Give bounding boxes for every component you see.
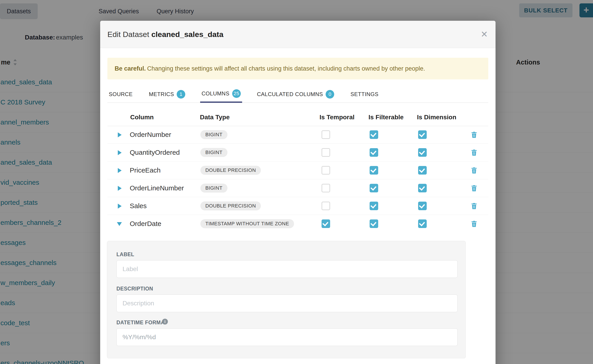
close-icon[interactable]: ✕ [481, 21, 488, 48]
delete-column-icon[interactable] [470, 202, 478, 210]
is-dimension-checkbox[interactable] [418, 148, 427, 157]
column-row: OrderLineNumber BIGINT [107, 179, 488, 197]
delete-column-icon[interactable] [470, 131, 478, 138]
label-input[interactable] [116, 260, 458, 278]
columns-table-body: OrderNumber BIGINT QuantityOrdered BIGIN… [107, 126, 488, 233]
expand-caret-icon[interactable] [118, 132, 122, 137]
modal-tab[interactable]: SOURCE [107, 86, 134, 103]
delete-column-icon[interactable] [470, 184, 478, 192]
column-row: PriceEach DOUBLE PRECISION [107, 162, 488, 179]
expand-caret-icon[interactable] [118, 204, 122, 209]
is-filterable-header: Is Filterable [369, 111, 404, 126]
datetime-format-input[interactable] [116, 328, 458, 346]
delete-column-icon[interactable] [470, 166, 478, 174]
edit-dataset-modal: Edit Dataset cleaned_sales_data ✕ Be car… [100, 21, 495, 364]
is-temporal-checkbox[interactable] [322, 130, 330, 139]
column-name: OrderNumber [130, 126, 171, 143]
is-dimension-checkbox[interactable] [418, 220, 427, 228]
column-row: OrderDate TIMESTAMP WITHOUT TIME ZONE [107, 215, 488, 233]
modal-tab[interactable]: METRICS 1 [148, 86, 187, 103]
expand-caret-icon[interactable] [117, 222, 122, 226]
delete-column-icon[interactable] [470, 220, 478, 228]
column-row: QuantityOrdered BIGINT [107, 144, 488, 162]
expand-caret-icon[interactable] [118, 168, 122, 173]
is-temporal-checkbox[interactable] [322, 220, 330, 228]
tab-label: METRICS [149, 91, 174, 98]
is-temporal-checkbox[interactable] [322, 148, 330, 157]
modal-tab[interactable]: SETTINGS [349, 86, 380, 103]
tab-label: COLUMNS [202, 91, 230, 97]
is-filterable-checkbox[interactable] [370, 166, 378, 175]
is-filterable-checkbox[interactable] [370, 184, 378, 192]
expand-caret-icon[interactable] [118, 186, 122, 191]
tab-label: SETTINGS [350, 91, 378, 98]
is-filterable-checkbox[interactable] [370, 148, 378, 157]
is-dimension-header: Is Dimension [417, 111, 456, 126]
columns-table-header: Column Data Type Is Temporal Is Filterab… [107, 111, 488, 126]
data-type-pill: TIMESTAMP WITHOUT TIME ZONE [200, 219, 294, 228]
data-type-pill: BIGINT [200, 148, 227, 157]
is-dimension-checkbox[interactable] [418, 166, 427, 175]
tab-label: CALCULATED COLUMNS [257, 91, 323, 98]
data-type-pill: BIGINT [200, 184, 227, 193]
is-filterable-checkbox[interactable] [370, 202, 378, 210]
info-icon[interactable]: i [162, 319, 168, 325]
column-row: OrderNumber BIGINT [107, 126, 488, 144]
expand-caret-icon[interactable] [118, 150, 122, 155]
column-header: Column [130, 111, 154, 126]
modal-tabs: SOURCE METRICS 1 COLUMNS 25 CALCULATED C… [107, 86, 488, 103]
warning-banner: Be careful.Changing these settings will … [107, 58, 488, 79]
is-temporal-checkbox[interactable] [322, 202, 330, 210]
modal-title: Edit Dataset cleaned_sales_data [107, 21, 223, 48]
column-detail-panel: LABEL DESCRIPTION DATETIME FORMAT i [107, 241, 466, 358]
is-dimension-checkbox[interactable] [418, 202, 427, 210]
is-temporal-checkbox[interactable] [322, 184, 330, 192]
modal-tab[interactable]: COLUMNS 25 [200, 86, 242, 103]
is-dimension-checkbox[interactable] [418, 184, 427, 192]
data-type-pill: DOUBLE PRECISION [200, 166, 261, 175]
column-row: Sales DOUBLE PRECISION [107, 197, 488, 215]
tab-count-badge: 0 [326, 90, 334, 98]
warning-bold-text: Be careful. [115, 65, 146, 72]
is-temporal-header: Is Temporal [320, 111, 355, 126]
is-temporal-checkbox[interactable] [322, 166, 330, 175]
is-filterable-checkbox[interactable] [370, 130, 378, 139]
data-type-pill: DOUBLE PRECISION [200, 202, 261, 210]
data-type-pill: BIGINT [200, 130, 227, 139]
column-name: OrderDate [130, 215, 161, 233]
tab-label: SOURCE [109, 91, 133, 98]
tab-count-badge: 25 [232, 89, 241, 98]
column-name: QuantityOrdered [130, 144, 180, 161]
modal-tab[interactable]: CALCULATED COLUMNS 0 [256, 86, 336, 103]
column-name: OrderLineNumber [130, 179, 184, 197]
modal-title-prefix: Edit Dataset [107, 30, 149, 39]
modal-header: Edit Dataset cleaned_sales_data ✕ [100, 21, 495, 48]
column-name: Sales [130, 197, 147, 215]
is-filterable-checkbox[interactable] [370, 220, 378, 228]
description-field-label: DESCRIPTION [116, 286, 153, 292]
delete-column-icon[interactable] [470, 149, 478, 156]
warning-text: Changing these settings will affect all … [147, 65, 425, 72]
data-type-header: Data Type [200, 111, 230, 126]
tab-count-badge: 1 [177, 90, 185, 98]
datetime-format-field-label: DATETIME FORMAT [116, 319, 167, 326]
description-input[interactable] [116, 294, 458, 312]
label-field-label: LABEL [116, 252, 134, 258]
modal-title-dataset-name: cleaned_sales_data [152, 30, 223, 39]
is-dimension-checkbox[interactable] [418, 130, 427, 139]
column-name: PriceEach [130, 162, 161, 179]
